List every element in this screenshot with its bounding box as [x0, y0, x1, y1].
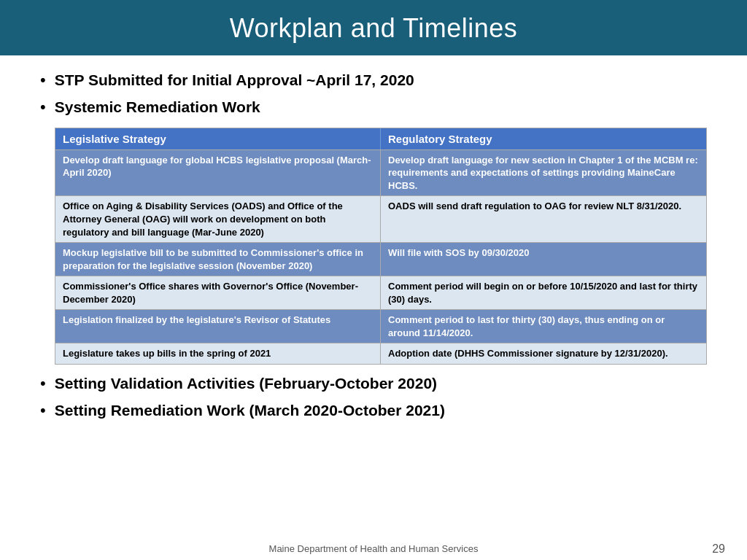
- bullet-text-1: STP Submitted for Initial Approval ~Apri…: [55, 70, 414, 90]
- bullet-item-3: • Setting Validation Activities (Februar…: [40, 373, 707, 393]
- table-row: Commissioner's Office shares with Govern…: [55, 276, 706, 309]
- table-cell-legislative: Legislature takes up bills in the spring…: [55, 343, 381, 364]
- slide-content: • STP Submitted for Initial Approval ~Ap…: [0, 55, 747, 537]
- bullet-item-4: • Setting Remediation Work (March 2020-O…: [40, 400, 707, 420]
- table-cell-regulatory: Will file with SOS by 09/30/2020: [381, 243, 706, 276]
- col-header-regulatory: Regulatory Strategy: [381, 128, 706, 149]
- col-header-legislative: Legislative Strategy: [55, 128, 381, 149]
- table-row: Legislature takes up bills in the spring…: [55, 343, 706, 364]
- bullet-text-2: Systemic Remediation Work: [55, 97, 260, 117]
- table-cell-regulatory: Comment period will begin on or before 1…: [381, 276, 706, 309]
- table-row: Office on Aging & Disability Services (O…: [55, 195, 706, 242]
- table-body: Develop draft language for global HCBS l…: [55, 149, 706, 364]
- slide-header: Workplan and Timelines: [0, 0, 747, 55]
- table-cell-legislative: Office on Aging & Disability Services (O…: [55, 196, 381, 242]
- slide-footer: Maine Department of Health and Human Ser…: [0, 537, 747, 560]
- bullet-item-2: • Systemic Remediation Work: [40, 97, 707, 117]
- table-header-row: Legislative Strategy Regulatory Strategy: [55, 128, 706, 149]
- bullet-dot-3: •: [40, 374, 46, 393]
- table-cell-legislative: Mockup legislative bill to be submitted …: [55, 243, 381, 276]
- footer-text: Maine Department of Health and Human Ser…: [269, 543, 479, 554]
- strategy-table: Legislative Strategy Regulatory Strategy…: [55, 128, 707, 365]
- slide: Workplan and Timelines • STP Submitted f…: [0, 0, 747, 560]
- table-cell-regulatory: Comment period to last for thirty (30) d…: [381, 310, 706, 343]
- bullet-dot-1: •: [40, 71, 46, 90]
- table-cell-legislative: Legislation finalized by the legislature…: [55, 310, 381, 343]
- table-cell-regulatory: OADS will send draft regulation to OAG f…: [381, 196, 706, 242]
- table-cell-regulatory: Develop draft language for new section i…: [381, 150, 706, 196]
- slide-title: Workplan and Timelines: [230, 13, 518, 43]
- table-row: Mockup legislative bill to be submitted …: [55, 242, 706, 276]
- bullet-dot-4: •: [40, 401, 46, 420]
- table-cell-regulatory: Adoption date (DHHS Commissioner signatu…: [381, 343, 706, 364]
- bullet-dot-2: •: [40, 98, 46, 117]
- page-number: 29: [712, 542, 725, 556]
- table-row: Legislation finalized by the legislature…: [55, 309, 706, 343]
- bullet-text-3: Setting Validation Activities (February-…: [55, 373, 437, 393]
- bullet-item-1: • STP Submitted for Initial Approval ~Ap…: [40, 70, 707, 90]
- table-cell-legislative: Develop draft language for global HCBS l…: [55, 150, 381, 196]
- table-cell-legislative: Commissioner's Office shares with Govern…: [55, 276, 381, 309]
- bullet-text-4: Setting Remediation Work (March 2020-Oct…: [55, 400, 445, 420]
- table-row: Develop draft language for global HCBS l…: [55, 149, 706, 196]
